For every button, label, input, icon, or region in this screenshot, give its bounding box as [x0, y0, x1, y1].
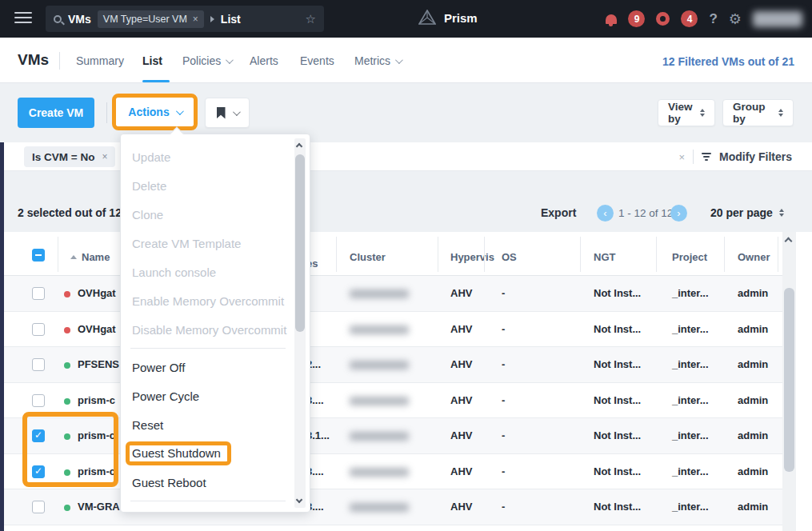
col-header-cluster[interactable]: Cluster [350, 251, 386, 263]
col-header-ngt[interactable]: NGT [594, 251, 615, 263]
filter-chip-is-cvm[interactable]: Is CVM = No × [24, 146, 115, 167]
table-row[interactable]: VM-GRA 3.... AHV - Not Inst... _inter...… [0, 489, 782, 525]
power-state-dot [64, 327, 70, 333]
vm-hypervisor: AHV [450, 287, 472, 299]
view-by-button[interactable]: View by [658, 99, 715, 126]
table-row[interactable]: prism-c 3.1... AHV - Not Inst... _inter.… [0, 418, 782, 454]
row-checkbox[interactable] [32, 394, 45, 407]
vm-name[interactable]: OVHgat [78, 287, 116, 299]
scroll-up-icon[interactable] [785, 238, 793, 246]
alerts-bell-icon[interactable] [606, 14, 617, 24]
menu-item-guest-shutdown[interactable]: Guest Shutdown [121, 439, 295, 468]
menu-item-create-vm-template: Create VM Template [121, 229, 295, 258]
vm-owner: admin [738, 358, 768, 370]
tab-metrics[interactable]: Metrics [354, 54, 401, 67]
select-all-checkbox[interactable] [32, 249, 45, 262]
table-row[interactable]: OVHgat AHV - Not Inst... _inter... admin [0, 276, 782, 312]
table-row[interactable]: OVHgat AHV - Not Inst... _inter... admin [0, 312, 782, 348]
vm-cluster-redacted [350, 397, 409, 405]
vm-name[interactable]: OVHgat [78, 323, 116, 335]
chip-close-icon[interactable]: × [193, 14, 198, 25]
vm-name[interactable]: VM-GRA [78, 501, 120, 513]
scrollbar-thumb[interactable] [295, 154, 305, 332]
global-search-bar[interactable]: VMs VM Type=User VM × List ☆ [46, 6, 324, 32]
divider [484, 237, 485, 272]
menu-scrollbar[interactable] [294, 138, 306, 508]
chip-close-icon[interactable]: × [102, 151, 107, 162]
create-vm-button[interactable]: Create VM [18, 98, 94, 128]
vm-project: _inter... [672, 501, 709, 513]
vm-ngt: Not Inst... [594, 501, 641, 513]
tab-list[interactable]: List [142, 54, 162, 67]
table-row[interactable]: PFSENS 2... AHV - Not Inst... _inter... … [0, 347, 782, 383]
divider [106, 102, 107, 123]
tab-alerts[interactable]: Alerts [250, 54, 278, 67]
menu-divider [130, 348, 286, 349]
alerts-count-badge[interactable]: 9 [628, 10, 645, 27]
tasks-ring-icon[interactable] [656, 12, 670, 26]
menu-item-update: Update [121, 142, 295, 171]
col-header-hypervisor[interactable]: Hypervis [450, 251, 494, 263]
scroll-up-icon[interactable] [296, 143, 302, 150]
tab-policies[interactable]: Policies [182, 54, 231, 67]
vm-os: - [502, 465, 505, 477]
actions-menu-items: UpdateDeleteCloneCreate VM TemplateLaunc… [121, 142, 295, 505]
divider [724, 237, 725, 272]
menu-item-reset[interactable]: Reset [121, 410, 295, 439]
help-icon[interactable]: ? [709, 11, 717, 27]
row-checkbox[interactable] [32, 323, 45, 336]
scroll-down-icon[interactable] [296, 497, 302, 503]
gear-icon[interactable]: ⚙ [729, 12, 742, 26]
col-header-os[interactable]: OS [502, 251, 517, 263]
menu-item-guest-reboot[interactable]: Guest Reboot [121, 468, 295, 497]
export-button[interactable]: Export [541, 206, 576, 219]
row-checkbox[interactable] [32, 287, 45, 300]
filtered-vms-link[interactable]: 12 Filtered VMs out of 21 [662, 55, 794, 68]
table-scrollbar[interactable] [782, 232, 796, 531]
tab-events[interactable]: Events [300, 54, 334, 67]
page-prev-button[interactable]: ‹ [597, 205, 614, 222]
hamburger-menu-icon[interactable] [14, 12, 32, 25]
modify-filters-button[interactable]: Modify Filters [719, 150, 792, 163]
per-page-selector[interactable]: 20 per page [710, 206, 784, 219]
tab-summary[interactable]: Summary [76, 54, 124, 67]
search-filter-chip[interactable]: VM Type=User VM × [98, 10, 204, 28]
power-state-dot [64, 398, 70, 405]
row-checkbox[interactable] [32, 358, 45, 371]
vm-os: - [502, 394, 505, 406]
chevron-down-icon [176, 107, 184, 115]
selection-summary: 2 selected out of 12 [18, 206, 122, 219]
table-row[interactable]: prism-c 3.... AHV - Not Inst... _inter..… [0, 383, 782, 419]
menu-item-power-off[interactable]: Power Off [121, 353, 295, 381]
vm-name[interactable]: prism-c [78, 394, 115, 406]
filter-bar-right: × Modify Filters [678, 142, 792, 171]
menu-item-power-cycle[interactable]: Power Cycle [121, 381, 295, 410]
favorite-star-icon[interactable]: ☆ [306, 12, 316, 26]
col-header-owner[interactable]: Owner [738, 251, 770, 263]
guest-shutdown-annotation-box: Guest Shutdown [126, 441, 231, 465]
row-checkbox[interactable] [32, 501, 45, 513]
saved-queries-button[interactable] [205, 98, 250, 128]
col-header-project[interactable]: Project [672, 251, 707, 263]
vm-name[interactable]: prism-c [78, 465, 115, 477]
row-checkbox[interactable] [32, 429, 45, 442]
clear-filters-icon[interactable]: × [678, 151, 685, 163]
vm-name[interactable]: prism-c [78, 429, 115, 441]
vm-owner: admin [738, 429, 768, 441]
vm-ngt: Not Inst... [594, 465, 641, 477]
scrollbar-thumb[interactable] [784, 288, 794, 472]
vm-name[interactable]: PFSENS [78, 358, 119, 370]
vm-owner: admin [738, 287, 768, 299]
actions-dropdown-button[interactable]: Actions [116, 98, 194, 126]
vm-cluster-redacted [350, 361, 409, 369]
col-header-name[interactable]: Name [82, 251, 110, 263]
group-by-button[interactable]: Group by [722, 99, 794, 126]
vm-hypervisor: AHV [450, 501, 472, 513]
row-checkbox[interactable] [32, 465, 45, 478]
table-row[interactable]: prism-c 3.... AHV - Not Inst... _inter..… [0, 454, 782, 490]
power-state-dot [64, 469, 70, 476]
tasks-count-badge[interactable]: 4 [681, 10, 698, 27]
user-menu-redacted[interactable] [753, 11, 802, 27]
page-next-button[interactable]: › [670, 205, 687, 222]
vm-project: _inter... [672, 287, 709, 299]
